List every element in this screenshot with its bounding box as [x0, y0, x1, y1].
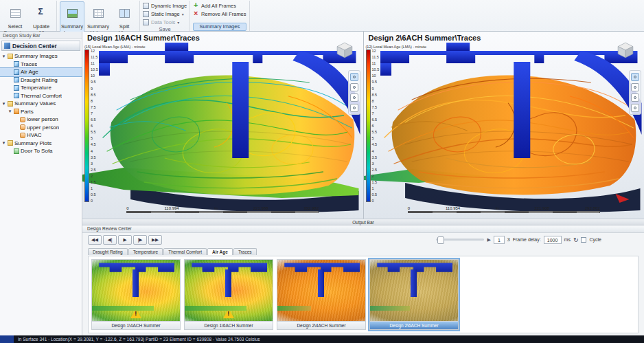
decision-center-header[interactable]: Decision Center	[1, 41, 80, 51]
legend-tick: 7	[372, 112, 380, 116]
tree-item[interactable]: Thermal Comfort	[0, 92, 82, 100]
summary-values-icon	[93, 9, 104, 18]
loop-icon[interactable]: ↻	[573, 236, 579, 243]
orbit-icon[interactable]	[631, 73, 639, 81]
scenario-thumbnail[interactable]: Design 1\4ACH Summer	[91, 259, 181, 330]
tree-item[interactable]: ▾ Summary Plots	[0, 140, 82, 148]
ruler-label: in	[215, 206, 218, 210]
playback-button[interactable]: |▶	[133, 235, 147, 245]
tree-item[interactable]: Traces	[0, 60, 82, 69]
tree-item-icon	[14, 77, 19, 82]
legend-tick: 6.5	[372, 118, 380, 122]
tree-item[interactable]: Air Age	[0, 68, 82, 76]
dynamic-image-icon	[143, 3, 149, 9]
tree-expand-arrow[interactable]: ▾	[1, 54, 6, 59]
review-tab[interactable]: Air Age	[207, 248, 233, 255]
playback-button[interactable]: ▶▶	[148, 235, 162, 245]
tree-item-label: Summary Images	[14, 53, 58, 59]
legend-tick: 0	[91, 199, 98, 203]
scale-ruler: 0110.954in221.908292.862	[408, 206, 600, 213]
review-tab[interactable]: Temperature	[128, 248, 163, 255]
design-study-tree: ▾ Summary Images Traces Air Age Draught …	[0, 52, 82, 155]
tree-item-icon	[8, 140, 13, 146]
review-tab[interactable]: Draught Rating	[88, 248, 128, 255]
frame-current-input[interactable]: 1	[494, 236, 505, 244]
tree-item[interactable]: Temperature	[0, 84, 82, 92]
playback-button[interactable]: ◀◀	[88, 235, 102, 245]
static-image-button[interactable]: Static Image ▾	[143, 10, 187, 18]
output-bar[interactable]: Output Bar	[82, 219, 644, 225]
tree-item-icon	[20, 124, 25, 130]
legend-tick: 1	[91, 187, 98, 191]
tree-item[interactable]: HVAC	[0, 131, 82, 140]
legend-tick: 8.5	[372, 93, 380, 98]
scenario-thumbnail[interactable]: Design 2\4ACH Summer	[277, 259, 366, 330]
legend-tick: 1.5	[91, 181, 98, 185]
tree-item[interactable]: ▾ Summary Values	[0, 100, 82, 108]
tree-item[interactable]: ▾ Summary Images	[0, 52, 82, 60]
review-tab[interactable]: Traces	[233, 248, 257, 255]
frame-slider[interactable]	[436, 239, 484, 241]
zoom-icon[interactable]	[350, 93, 358, 102]
color-legend: (15) Local Mean Age (LMA) - minute 1211.…	[84, 45, 146, 203]
next-frame-icon[interactable]: ▶	[487, 237, 490, 243]
tree-item[interactable]: Door To Sofa	[0, 147, 82, 155]
review-tab[interactable]: Thermal Comfort	[163, 248, 207, 255]
summary-image-viewports: Design 1\6ACH Summer\Traces	[82, 32, 644, 219]
review-tabs: Draught RatingTemperatureThermal Comfort…	[82, 246, 644, 255]
view-cube[interactable]	[617, 41, 634, 59]
data-tools-button[interactable]: Data Tools ▾	[143, 19, 187, 26]
tree-expand-arrow[interactable]: ▾	[1, 140, 6, 146]
tree-item-icon	[8, 101, 13, 107]
zoom-icon[interactable]	[631, 93, 639, 102]
playback-button[interactable]: ▶	[118, 235, 132, 245]
thumbnail-caption: Design 1\6ACH Summer	[185, 321, 273, 329]
cycle-checkbox[interactable]	[581, 237, 586, 243]
legend-tick: 7.5	[91, 106, 98, 110]
tree-item[interactable]: lower person	[0, 115, 82, 124]
fit-view-icon[interactable]	[631, 104, 639, 112]
design-study-bar: Design Study Bar Decision Center ▾ Summa…	[0, 32, 82, 335]
color-legend: (12) Local Mean Age (LMA) - minute 1211.…	[366, 45, 427, 203]
view-cube[interactable]	[336, 41, 354, 59]
main-area: Design 1\6ACH Summer\Traces	[82, 32, 644, 335]
ribbon-group-summary-images: Add All Frames Remove All Frames Summary…	[190, 1, 249, 31]
ribbon-caption-summary-images[interactable]: Summary Images	[193, 23, 246, 31]
thumbnail-image	[277, 260, 365, 321]
legend-tick: 7	[91, 112, 98, 116]
legend-tick: 8	[91, 100, 98, 104]
legend-tick: 5	[372, 137, 380, 141]
playback-button[interactable]: ◀|	[103, 235, 117, 245]
legend-tick: 9	[372, 87, 380, 91]
scenario-thumbnail[interactable]: Design 1\6ACH Summer	[184, 259, 273, 330]
fit-view-icon[interactable]	[350, 104, 358, 112]
decision-center-label: Decision Center	[12, 43, 57, 49]
legend-tick: 8.5	[91, 93, 98, 98]
pan-icon[interactable]	[350, 83, 358, 91]
review-center-title: Design Review Center	[82, 225, 644, 233]
tree-expand-arrow[interactable]: ▾	[8, 109, 12, 114]
static-image-dropdown-icon[interactable]: ▾	[182, 12, 184, 16]
dynamic-image-button[interactable]: Dynamic Image	[143, 2, 187, 10]
tree-item[interactable]: ▾ Parts	[0, 108, 82, 116]
tree-expand-arrow[interactable]: ▾	[1, 101, 6, 107]
scenario-thumbnails: Design 1\4ACH Summer Design 1\6ACH Summe…	[88, 256, 639, 333]
legend-tick: 10.5	[91, 68, 98, 72]
sidebar-title: Design Study Bar	[0, 32, 82, 39]
ribbon: Select Scenarios Update All Update Summa…	[0, 0, 644, 32]
scenario-thumbnail[interactable]: Design 2\6ACH Summer	[369, 259, 459, 330]
legend-tick: 10	[91, 74, 98, 78]
legend-tick: 12	[372, 49, 380, 54]
tree-item[interactable]: Draught Rating	[0, 76, 82, 85]
pan-icon[interactable]	[631, 83, 639, 91]
add-frames-icon	[193, 3, 199, 9]
tree-item-icon	[14, 69, 19, 75]
add-all-frames-button[interactable]: Add All Frames	[193, 2, 246, 10]
remove-all-frames-button[interactable]: Remove All Frames	[193, 10, 246, 18]
summary-images-icon	[67, 9, 78, 18]
tree-item[interactable]: upper person	[0, 124, 82, 132]
legend-tick: 6	[91, 124, 98, 129]
legend-tick: 6.5	[91, 118, 98, 122]
frame-delay-input[interactable]: 1000	[544, 236, 562, 244]
orbit-icon[interactable]	[350, 73, 358, 81]
